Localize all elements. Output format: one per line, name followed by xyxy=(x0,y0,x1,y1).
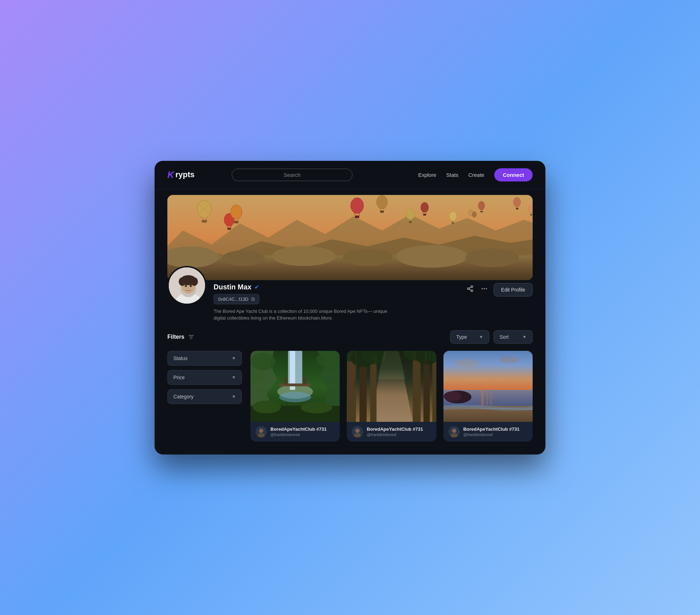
nft-text: BoredApeYachtClub #731 @franklinisbored xyxy=(270,426,327,437)
svg-line-15 xyxy=(200,206,209,213)
nft-card[interactable]: BoredApeYachtClub #731 @franklinisbored xyxy=(251,351,340,442)
svg-rect-39 xyxy=(423,214,426,216)
svg-point-66 xyxy=(190,284,192,287)
nft-card-info: BoredApeYachtClub #731 @franklinisbored xyxy=(251,422,340,442)
svg-line-22 xyxy=(238,218,239,221)
svg-rect-84 xyxy=(279,383,311,386)
edit-profile-button[interactable]: Edit Profile xyxy=(494,283,533,296)
sort-label: Sort xyxy=(500,334,509,340)
svg-line-18 xyxy=(231,225,231,228)
price-filter-label: Price xyxy=(173,375,185,380)
price-filter[interactable]: Price ▼ xyxy=(167,370,242,385)
creator-avatar-icon xyxy=(448,426,460,437)
svg-line-34 xyxy=(412,219,412,221)
sunset-image xyxy=(443,351,533,422)
nft-text: BoredApeYachtClub #731 @franklinisbored xyxy=(367,426,423,437)
type-dropdown[interactable]: Type ▼ xyxy=(450,330,489,344)
nft-title: BoredApeYachtClub #731 xyxy=(463,426,519,432)
nft-creator-avatar xyxy=(352,426,363,437)
stats-nav-link[interactable]: Stats xyxy=(446,172,458,178)
share-button[interactable] xyxy=(465,284,475,295)
nft-creator-avatar xyxy=(255,426,267,437)
svg-point-24 xyxy=(351,198,364,213)
create-nav-link[interactable]: Create xyxy=(468,172,484,178)
svg-rect-85 xyxy=(285,377,287,385)
svg-point-67 xyxy=(188,287,189,288)
svg-point-7 xyxy=(343,249,393,266)
avatar-svg xyxy=(169,267,206,305)
svg-point-63 xyxy=(179,277,186,286)
search-bar[interactable] xyxy=(232,169,352,181)
svg-point-73 xyxy=(482,288,483,289)
chevron-down-icon: ▼ xyxy=(232,394,236,399)
svg-point-10 xyxy=(197,200,211,218)
svg-point-74 xyxy=(484,288,485,289)
profile-bio: The Bored Ape Yacht Club is a collection… xyxy=(214,308,391,322)
status-filter-label: Status xyxy=(173,355,188,361)
svg-rect-55 xyxy=(530,214,532,216)
filter-icon xyxy=(188,334,194,340)
svg-line-25 xyxy=(355,212,355,216)
svg-line-71 xyxy=(469,289,471,290)
nft-title: BoredApeYachtClub #731 xyxy=(367,426,423,432)
svg-point-91 xyxy=(253,401,281,413)
gallery-top-controls: Type ▼ Sort ▼ xyxy=(450,330,533,344)
svg-point-88 xyxy=(317,353,338,367)
nft-image xyxy=(347,351,436,422)
copy-icon[interactable]: ⧉ xyxy=(251,296,255,302)
connect-button[interactable]: Connect xyxy=(494,168,533,181)
wallet-row: 0x8C4C...f13D ⧉ xyxy=(214,294,458,304)
type-label: Type xyxy=(456,334,467,340)
svg-rect-23 xyxy=(234,221,238,223)
svg-rect-19 xyxy=(227,228,231,230)
waterfall-image xyxy=(251,351,340,422)
svg-point-32 xyxy=(406,209,415,220)
svg-point-125 xyxy=(452,429,456,433)
search-input[interactable] xyxy=(232,169,352,181)
svg-point-112 xyxy=(355,429,360,433)
svg-line-49 xyxy=(516,206,516,208)
sort-dropdown[interactable]: Sort ▼ xyxy=(494,330,533,344)
profile-actions: Edit Profile xyxy=(465,266,533,296)
svg-point-87 xyxy=(251,353,276,370)
svg-rect-99 xyxy=(360,358,367,422)
svg-line-46 xyxy=(483,209,483,211)
svg-line-45 xyxy=(480,209,480,211)
svg-rect-35 xyxy=(409,221,412,223)
nft-creator: @franklinisbored xyxy=(367,432,423,437)
svg-point-115 xyxy=(454,359,479,368)
svg-point-52 xyxy=(528,205,533,213)
svg-line-50 xyxy=(518,206,518,208)
status-filter[interactable]: Status ▼ xyxy=(167,351,242,366)
svg-rect-43 xyxy=(452,222,454,224)
wallet-address[interactable]: 0x8C4C...f13D ⧉ xyxy=(214,294,259,304)
wallet-address-text: 0x8C4C...f13D xyxy=(218,296,248,302)
svg-rect-13 xyxy=(202,220,207,223)
svg-line-11 xyxy=(201,216,202,220)
logo: Krypts xyxy=(167,169,195,180)
more-dots-icon xyxy=(481,285,488,292)
svg-point-9 xyxy=(465,249,519,267)
explore-nav-link[interactable]: Explore xyxy=(418,172,436,178)
svg-point-36 xyxy=(421,202,429,212)
svg-point-40 xyxy=(449,212,457,221)
nft-title: BoredApeYachtClub #731 xyxy=(270,426,327,432)
gallery-section: Filters Type ▼ Sort ▼ St xyxy=(155,330,545,455)
nft-card[interactable]: BoredApeYachtClub #731 @franklinisbored xyxy=(443,351,533,442)
category-filter[interactable]: Category ▼ xyxy=(167,389,242,404)
nft-card[interactable]: BoredApeYachtClub #731 @franklinisbored xyxy=(347,351,436,442)
verified-badge-icon: ✔ xyxy=(254,284,259,290)
avatar xyxy=(167,266,206,305)
svg-point-56 xyxy=(468,209,473,216)
nft-creator: @franklinisbored xyxy=(463,432,519,437)
more-options-button[interactable] xyxy=(479,284,489,295)
profile-details: Dustin Max ✔ 0x8C4C...f13D ⧉ The Bored A… xyxy=(214,266,458,322)
svg-line-42 xyxy=(454,220,454,222)
svg-point-20 xyxy=(231,205,242,219)
share-icon xyxy=(467,285,474,292)
svg-point-57 xyxy=(472,212,476,217)
svg-point-28 xyxy=(377,195,387,209)
svg-point-83 xyxy=(279,392,311,402)
nft-card-info: BoredApeYachtClub #731 @franklinisbored xyxy=(443,422,533,442)
svg-line-38 xyxy=(426,211,426,214)
